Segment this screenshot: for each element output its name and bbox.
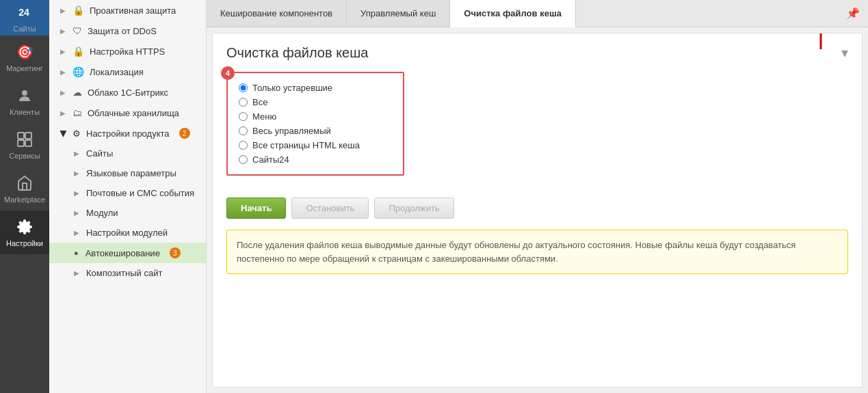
nav-item-ddos[interactable]: ▶ 🛡 Защита от DDoS bbox=[49, 21, 206, 41]
nav-sub-label: Почтовые и СМС события bbox=[86, 188, 194, 198]
radio-option-managed[interactable]: Весь управляемый bbox=[239, 126, 392, 136]
nav-arrow-icon: ▶ bbox=[60, 7, 66, 14]
https-icon: 🔒 bbox=[73, 46, 84, 57]
nav-item-locale[interactable]: ▶ 🌐 Локализация bbox=[49, 62, 206, 82]
nav-sub-label: Языковые параметры bbox=[86, 168, 176, 178]
sidebar-settings-label: Настройки bbox=[6, 239, 43, 247]
nav-item-https[interactable]: ▶ 🔒 Настройка HTTPS bbox=[49, 41, 206, 62]
sidebar-item-settings[interactable]: Настройки bbox=[0, 211, 49, 254]
nav-item-sites[interactable]: ▶ Сайты bbox=[49, 144, 206, 163]
radio-option-all[interactable]: Все bbox=[239, 97, 392, 107]
nav-item-composite[interactable]: ▶ Композитный сайт bbox=[49, 263, 206, 283]
svg-point-2 bbox=[22, 90, 27, 96]
sidebar-icons: 24 Сайты 🎯 Маркетинг Клиенты Сервисы bbox=[0, 0, 49, 393]
nav-item-modules[interactable]: ▶ Модули bbox=[49, 203, 206, 223]
sidebar-sites-label: Сайты bbox=[13, 25, 36, 33]
cloud1c-icon: ☁ bbox=[73, 87, 82, 98]
nav-item-label: Защита от DDoS bbox=[88, 26, 157, 36]
radio-label-menu[interactable]: Меню bbox=[252, 111, 276, 122]
start-button[interactable]: Начать bbox=[226, 198, 286, 219]
options-box: 4 Только устаревшие Все Меню Весь управл… bbox=[226, 72, 404, 176]
sidebar-item-services[interactable]: Сервисы bbox=[0, 123, 49, 167]
radio-html[interactable] bbox=[239, 141, 248, 150]
nav-sub-label: Настройки модулей bbox=[86, 228, 168, 238]
options-section: 4 Только устаревшие Все Меню Весь управл… bbox=[226, 72, 848, 187]
marketplace-icon bbox=[15, 174, 34, 193]
nav-item-label: Настройка HTTPS bbox=[90, 46, 165, 57]
nav-item-modsettings[interactable]: ▶ Настройки модулей bbox=[49, 223, 206, 243]
radio-menu[interactable] bbox=[239, 112, 248, 121]
sidebar-item-marketing[interactable]: 🎯 Маркетинг bbox=[0, 36, 49, 79]
ddos-icon: 🛡 bbox=[73, 25, 82, 36]
proactive-icon: 🔒 bbox=[73, 5, 84, 16]
stop-button: Остановить bbox=[291, 198, 369, 219]
radio-option-sites24[interactable]: Сайты24 bbox=[239, 154, 392, 165]
sidebar-marketing-label: Маркетинг bbox=[6, 64, 42, 72]
info-text: После удаления файлов кеша выводимые дан… bbox=[237, 239, 838, 265]
nav-item-label: Проактивная защита bbox=[90, 5, 176, 16]
nav-arrow-icon: ▶ bbox=[74, 209, 79, 217]
radio-option-menu[interactable]: Меню bbox=[239, 111, 392, 122]
nav-item-cloudstorage[interactable]: ▶ 🗂 Облачные хранилища bbox=[49, 103, 206, 123]
nav-sub-label: Модули bbox=[86, 208, 118, 218]
continue-button: Продолжить bbox=[374, 198, 453, 219]
nav-arrow-icon: ▶ bbox=[74, 189, 79, 197]
locale-icon: 🌐 bbox=[73, 66, 84, 77]
pin-button[interactable]: 📌 bbox=[838, 0, 868, 27]
nav-item-autocache[interactable]: ● Автокеширование 3 bbox=[49, 243, 206, 263]
nav-sub-label: Композитный сайт bbox=[86, 268, 162, 278]
radio-option-html[interactable]: Все страницы HTML кеша bbox=[239, 140, 392, 150]
autocache-badge: 3 bbox=[170, 247, 181, 258]
clients-icon bbox=[15, 86, 34, 105]
nav-item-lang[interactable]: ▶ Языковые параметры bbox=[49, 163, 206, 183]
nav-arrow-icon: ▶ bbox=[60, 27, 66, 35]
sidebar-clients-label: Клиенты bbox=[10, 108, 40, 116]
tab-clear-cache[interactable]: Очистка файлов кеша bbox=[450, 0, 576, 27]
sidebar-item-clients[interactable]: Клиенты bbox=[0, 79, 49, 123]
nav-product-settings[interactable]: ▶ ⚙ Настройки продукта 2 bbox=[49, 123, 206, 144]
buttons-row: Начать Остановить Продолжить bbox=[226, 198, 848, 219]
nav-item-label: Облачные хранилища bbox=[88, 108, 179, 118]
services-icon bbox=[15, 130, 34, 149]
tab-component-cache[interactable]: Кеширование компонентов bbox=[207, 0, 347, 27]
logo-icon: 24 bbox=[15, 3, 34, 22]
svg-rect-6 bbox=[25, 140, 31, 146]
radio-label-html[interactable]: Все страницы HTML кеша bbox=[252, 140, 360, 150]
cloudstorage-icon: 🗂 bbox=[73, 107, 82, 118]
radio-label-sites24[interactable]: Сайты24 bbox=[252, 154, 289, 165]
nav-arrow-icon: ▶ bbox=[60, 109, 66, 117]
nav-arrow-icon: ▶ bbox=[60, 68, 66, 76]
radio-managed[interactable] bbox=[239, 126, 248, 135]
sidebar-logo[interactable]: 24 Сайты bbox=[0, 0, 49, 36]
panel-collapse-button[interactable]: ▾ bbox=[841, 44, 848, 61]
radio-outdated[interactable] bbox=[239, 83, 248, 92]
nav-item-cloud1c[interactable]: ▶ ☁ Облако 1С-Битрикс bbox=[49, 82, 206, 103]
nav-arrow-icon: ▶ bbox=[60, 48, 66, 55]
sidebar-services-label: Сервисы bbox=[9, 152, 40, 160]
tab-managed-cache[interactable]: Управляемый кеш bbox=[347, 0, 450, 27]
panel-title: Очистка файлов кеша bbox=[226, 45, 368, 61]
tabs-bar: Кеширование компонентов Управляемый кеш … bbox=[207, 0, 868, 27]
radio-sites24[interactable] bbox=[239, 155, 248, 164]
radio-label-all[interactable]: Все bbox=[252, 97, 267, 107]
sidebar-item-marketplace[interactable]: Marketplace bbox=[0, 167, 49, 211]
nav-arrow-icon: ▶ bbox=[74, 170, 79, 177]
nav-item-label: Локализация bbox=[90, 67, 144, 77]
nav-section-label: Настройки продукта bbox=[86, 128, 170, 139]
nav-menu: ▶ 🔒 Проактивная защита ▶ 🛡 Защита от DDo… bbox=[49, 0, 207, 393]
panel-title-row: Очистка файлов кеша ▾ bbox=[226, 44, 848, 61]
bullet-icon: ● bbox=[74, 249, 79, 257]
svg-rect-5 bbox=[18, 140, 24, 146]
radio-label-managed[interactable]: Весь управляемый bbox=[252, 126, 331, 136]
step-badge: 4 bbox=[221, 66, 235, 80]
nav-item-proactive[interactable]: ▶ 🔒 Проактивная защита bbox=[49, 0, 206, 21]
nav-item-mail[interactable]: ▶ Почтовые и СМС события bbox=[49, 183, 206, 203]
radio-option-outdated[interactable]: Только устаревшие bbox=[239, 83, 392, 93]
nav-arrow-icon: ▶ bbox=[74, 229, 79, 236]
product-settings-icon: ⚙ bbox=[73, 128, 81, 139]
product-settings-badge: 2 bbox=[179, 128, 190, 139]
radio-all[interactable] bbox=[239, 98, 248, 107]
svg-text:24: 24 bbox=[18, 7, 29, 18]
nav-arrow-icon: ▶ bbox=[60, 89, 66, 96]
radio-label-outdated[interactable]: Только устаревшие bbox=[252, 83, 332, 93]
